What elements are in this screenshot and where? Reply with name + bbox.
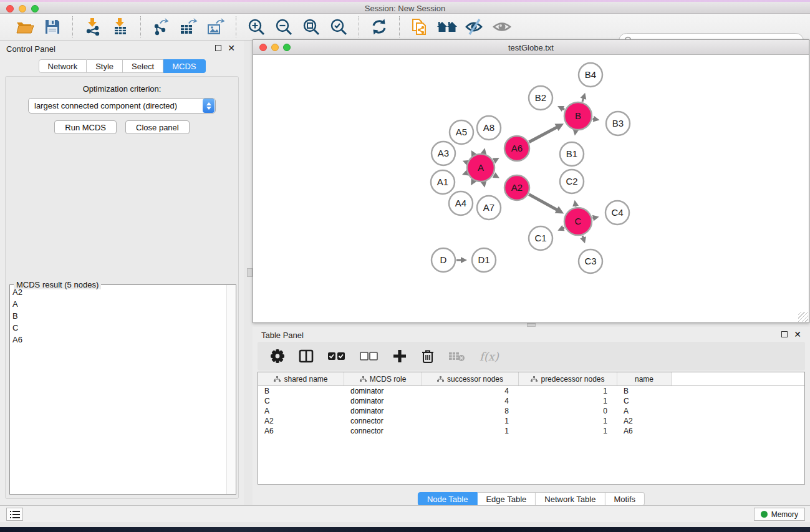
node-table[interactable]: shared nameMCDS rolesuccessor nodesprede… [258, 372, 805, 485]
hide-graphics-details-button[interactable] [463, 16, 486, 37]
zoom-in-button[interactable] [245, 16, 268, 37]
column-header-MCDS-role[interactable]: MCDS role [344, 372, 422, 385]
table-cell[interactable]: A6 [258, 427, 344, 435]
columns-icon [299, 349, 314, 364]
import-network-button[interactable] [82, 16, 104, 37]
mcds-scrollbar[interactable] [226, 285, 236, 494]
eye-icon [492, 18, 512, 36]
clone-network-button[interactable] [408, 16, 431, 37]
table-row[interactable]: Adominator80A [258, 406, 804, 416]
table-cell[interactable]: C [617, 397, 672, 405]
tab-style[interactable]: Style [87, 59, 123, 73]
zoom-out-icon [274, 17, 293, 36]
table-cell[interactable]: A [258, 407, 344, 415]
export-table-button[interactable] [177, 16, 200, 37]
network-canvas[interactable]: B4B2BB3A8A5A6A3B1AA1C2A2A4A7C4CC1DD1C3 [253, 55, 809, 322]
table-tab-network-table[interactable]: Network Table [536, 492, 605, 506]
float-panel-icon[interactable] [215, 45, 221, 51]
table-options-button[interactable] [270, 349, 285, 364]
criterion-dropdown[interactable]: largest connected component (directed) [28, 98, 216, 114]
show-graphics-details-button[interactable] [491, 16, 513, 37]
float-table-panel-icon[interactable] [781, 331, 788, 337]
table-cell[interactable]: dominator [344, 387, 422, 395]
resize-grip[interactable] [798, 312, 808, 322]
deselect-all-button[interactable] [360, 351, 378, 362]
table-cell[interactable]: connector [344, 427, 422, 435]
table-cell[interactable]: connector [344, 417, 422, 425]
table-cell[interactable]: dominator [344, 407, 422, 415]
save-session-button[interactable] [41, 16, 64, 37]
table-cell[interactable]: dominator [344, 397, 422, 405]
export-network-button[interactable] [150, 16, 172, 37]
table-cell[interactable]: A2 [258, 417, 344, 425]
table-cell[interactable]: 1 [519, 387, 617, 395]
mcds-result-item[interactable]: A6 [10, 335, 226, 347]
table-tab-motifs[interactable]: Motifs [605, 492, 645, 506]
table-tab-edge-table[interactable]: Edge Table [477, 492, 536, 506]
mcds-result-item[interactable]: C [10, 323, 226, 335]
apply-function-button[interactable]: f(x) [480, 350, 499, 363]
zoom-selected-button[interactable] [327, 16, 350, 37]
table-row[interactable]: Cdominator41C [258, 396, 804, 406]
refresh-button[interactable] [368, 16, 390, 37]
network-canvas-svg[interactable]: B4B2BB3A8A5A6A3B1AA1C2A2A4A7C4CC1DD1C3 [253, 55, 809, 322]
shared-column-icon [437, 376, 444, 382]
table-row[interactable]: Bdominator41B [258, 386, 804, 396]
close-table-panel-icon[interactable]: ✕ [794, 331, 801, 337]
table-cell[interactable]: A6 [617, 427, 672, 435]
column-header-successor-nodes[interactable]: successor nodes [422, 372, 519, 385]
select-all-button[interactable] [327, 351, 346, 362]
column-header-predecessor-nodes[interactable]: predecessor nodes [519, 372, 617, 385]
export-image-button[interactable] [205, 16, 227, 37]
edge-A2-C[interactable] [529, 195, 557, 211]
mcds-result-item[interactable]: A2 [10, 288, 226, 299]
delete-table-button[interactable] [448, 350, 466, 362]
table-tab-node-table[interactable]: Node Table [418, 492, 478, 506]
column-header-shared-name[interactable]: shared name [258, 372, 344, 385]
close-panel-icon[interactable]: ✕ [228, 45, 235, 51]
table-cell[interactable]: 4 [422, 397, 519, 405]
tab-mcds[interactable]: MCDS [163, 59, 205, 73]
table-cell[interactable]: 1 [519, 427, 617, 435]
table-cell[interactable]: 4 [422, 387, 519, 395]
import-table-button[interactable] [109, 16, 132, 37]
run-mcds-button[interactable]: Run MCDS [54, 120, 117, 134]
arrowhead-icon [580, 236, 586, 243]
node-label-C2: C2 [566, 176, 577, 186]
table-row[interactable]: A6connector11A6 [258, 426, 804, 436]
column-header-name[interactable]: name [617, 372, 672, 385]
network-window-titlebar[interactable]: testGlobe.txt [253, 40, 809, 55]
table-cell[interactable]: A [617, 407, 672, 415]
table-row[interactable]: A2connector11A2 [258, 416, 804, 426]
zoom-out-button[interactable] [272, 16, 295, 37]
memory-button[interactable]: Memory [754, 508, 805, 521]
mcds-result-list[interactable]: A2ABCA6 [10, 288, 226, 494]
node-label-C3: C3 [584, 256, 596, 266]
show-columns-button[interactable] [299, 349, 314, 364]
table-cell[interactable]: 1 [422, 417, 519, 425]
table-cell[interactable]: B [258, 387, 344, 395]
edge-A6-B[interactable] [529, 127, 557, 142]
fx-icon: f(x) [480, 350, 499, 363]
tab-select[interactable]: Select [123, 59, 163, 73]
task-history-button[interactable] [6, 508, 23, 521]
table-cell[interactable]: 1 [519, 397, 617, 405]
criterion-value: largest connected component (directed) [29, 101, 203, 110]
zoom-fit-button[interactable] [300, 16, 322, 37]
home-layout-button[interactable] [436, 16, 458, 37]
add-row-button[interactable] [392, 349, 407, 364]
table-cell[interactable]: 8 [422, 407, 519, 415]
table-cell[interactable]: B [617, 387, 672, 395]
table-cell[interactable]: 1 [422, 427, 519, 435]
open-session-button[interactable] [14, 16, 36, 37]
mcds-result-item[interactable]: B [10, 311, 226, 323]
table-cell[interactable]: 0 [519, 407, 617, 415]
mcds-result-item[interactable]: A [10, 299, 226, 311]
table-cell[interactable]: C [258, 397, 344, 405]
tab-network[interactable]: Network [38, 59, 87, 73]
table-cell[interactable]: 1 [519, 417, 617, 425]
vertical-splitter-handle[interactable] [247, 268, 253, 277]
delete-rows-button[interactable] [421, 349, 435, 364]
close-panel-button[interactable]: Close panel [125, 120, 190, 134]
table-cell[interactable]: A2 [617, 417, 672, 425]
